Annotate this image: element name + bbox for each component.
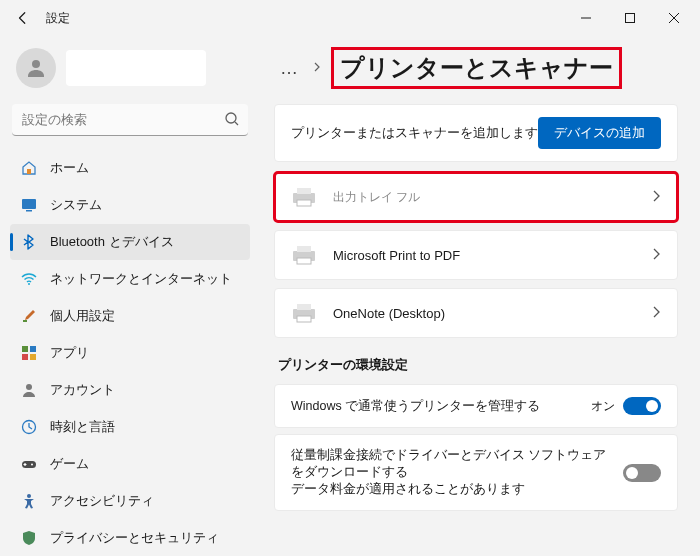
printer-icon: [291, 245, 317, 265]
svg-rect-7: [26, 210, 32, 212]
metered-download-setting: 従量制課金接続でドライバーとデバイス ソフトウェアをダウンロードする データ料金…: [274, 434, 678, 511]
nav-network[interactable]: ネットワークとインターネット: [10, 261, 250, 297]
svg-rect-27: [297, 316, 311, 322]
nav-gaming[interactable]: ゲーム: [10, 446, 250, 482]
brush-icon: [20, 307, 38, 325]
search-icon: [224, 111, 240, 131]
system-icon: [20, 196, 38, 214]
close-button[interactable]: [652, 3, 696, 33]
nav-label: Bluetooth とデバイス: [50, 233, 174, 251]
printer-icon: [291, 303, 317, 323]
setting-label: 従量制課金接続でドライバーとデバイス ソフトウェアをダウンロードする: [291, 447, 609, 481]
add-device-label: プリンターまたはスキャナーを追加します: [291, 124, 538, 142]
search-input[interactable]: [12, 104, 248, 136]
nav-label: 個人用設定: [50, 307, 115, 325]
svg-rect-13: [30, 354, 36, 360]
nav-accounts[interactable]: アカウント: [10, 372, 250, 408]
gaming-icon: [20, 455, 38, 473]
default-printer-toggle[interactable]: [623, 397, 661, 415]
svg-rect-20: [297, 188, 311, 194]
svg-rect-23: [297, 246, 311, 252]
svg-line-4: [235, 122, 238, 125]
setting-sublabel: データ料金が適用されることがあります: [291, 481, 609, 498]
add-device-button[interactable]: デバイスの追加: [538, 117, 661, 149]
nav-label: ネットワークとインターネット: [50, 270, 232, 288]
svg-rect-1: [626, 14, 635, 23]
minimize-button[interactable]: [564, 3, 608, 33]
printer-item-0[interactable]: 出力トレイ フル: [274, 172, 678, 222]
home-icon: [20, 159, 38, 177]
add-device-card: プリンターまたはスキャナーを追加します デバイスの追加: [274, 104, 678, 162]
svg-point-17: [31, 464, 33, 466]
svg-rect-6: [22, 199, 36, 209]
profile-name: [66, 50, 206, 86]
svg-rect-10: [22, 346, 28, 352]
printer-item-2[interactable]: OneNote (Desktop): [274, 288, 678, 338]
chevron-right-icon: [651, 246, 661, 264]
nav-personalization[interactable]: 個人用設定: [10, 298, 250, 334]
nav-apps[interactable]: アプリ: [10, 335, 250, 371]
svg-point-14: [26, 384, 32, 390]
svg-rect-21: [297, 200, 311, 206]
svg-rect-12: [22, 354, 28, 360]
nav-privacy[interactable]: プライバシーとセキュリティ: [10, 520, 250, 556]
svg-rect-5: [27, 169, 31, 174]
svg-point-2: [32, 60, 40, 68]
titlebar: 設定: [0, 0, 700, 36]
back-button[interactable]: [14, 9, 32, 27]
profile-block[interactable]: [10, 44, 250, 102]
printer-item-1[interactable]: Microsoft Print to PDF: [274, 230, 678, 280]
window-title: 設定: [46, 10, 70, 27]
maximize-button[interactable]: [608, 3, 652, 33]
nav-accessibility[interactable]: アクセシビリティ: [10, 483, 250, 519]
bluetooth-icon: [20, 233, 38, 251]
nav-label: システム: [50, 196, 102, 214]
nav-label: アプリ: [50, 344, 89, 362]
svg-rect-11: [30, 346, 36, 352]
nav-time-language[interactable]: 時刻と言語: [10, 409, 250, 445]
account-icon: [20, 381, 38, 399]
wifi-icon: [20, 270, 38, 288]
breadcrumb: … プリンターとスキャナー: [280, 50, 678, 86]
printer-prefs-heading: プリンターの環境設定: [278, 356, 678, 374]
breadcrumb-overflow[interactable]: …: [280, 58, 300, 79]
svg-rect-26: [297, 304, 311, 310]
chevron-right-icon: [651, 304, 661, 322]
page-title: プリンターとスキャナー: [334, 50, 619, 86]
nav-label: アクセシビリティ: [50, 492, 154, 510]
nav-bluetooth-devices[interactable]: Bluetooth とデバイス: [10, 224, 250, 260]
metered-download-toggle[interactable]: [623, 464, 661, 482]
avatar: [16, 48, 56, 88]
sidebar: ホーム システム Bluetooth とデバイス ネットワークとインターネット …: [0, 36, 260, 556]
main-content: … プリンターとスキャナー プリンターまたはスキャナーを追加します デバイスの追…: [260, 36, 700, 556]
setting-label: Windows で通常使うプリンターを管理する: [291, 398, 577, 415]
nav-label: プライバシーとセキュリティ: [50, 529, 219, 547]
svg-rect-24: [297, 258, 311, 264]
nav-label: アカウント: [50, 381, 115, 399]
search-box[interactable]: [12, 104, 248, 136]
clock-icon: [20, 418, 38, 436]
chevron-right-icon: [651, 188, 661, 206]
svg-point-3: [226, 113, 236, 123]
nav-label: 時刻と言語: [50, 418, 115, 436]
printer-status: 出力トレイ フル: [333, 189, 420, 206]
default-printer-setting: Windows で通常使うプリンターを管理する オン: [274, 384, 678, 428]
nav-label: ホーム: [50, 159, 89, 177]
shield-icon: [20, 529, 38, 547]
nav-list: ホーム システム Bluetooth とデバイス ネットワークとインターネット …: [10, 150, 250, 556]
toggle-state-label: オン: [591, 398, 615, 415]
nav-label: ゲーム: [50, 455, 89, 473]
svg-point-18: [27, 494, 31, 498]
accessibility-icon: [20, 492, 38, 510]
svg-rect-9: [23, 320, 27, 322]
apps-icon: [20, 344, 38, 362]
printer-name: Microsoft Print to PDF: [333, 248, 460, 263]
chevron-right-icon: [312, 61, 322, 75]
printer-name: OneNote (Desktop): [333, 306, 445, 321]
nav-home[interactable]: ホーム: [10, 150, 250, 186]
svg-point-8: [28, 283, 30, 285]
nav-system[interactable]: システム: [10, 187, 250, 223]
printer-icon: [291, 187, 317, 207]
